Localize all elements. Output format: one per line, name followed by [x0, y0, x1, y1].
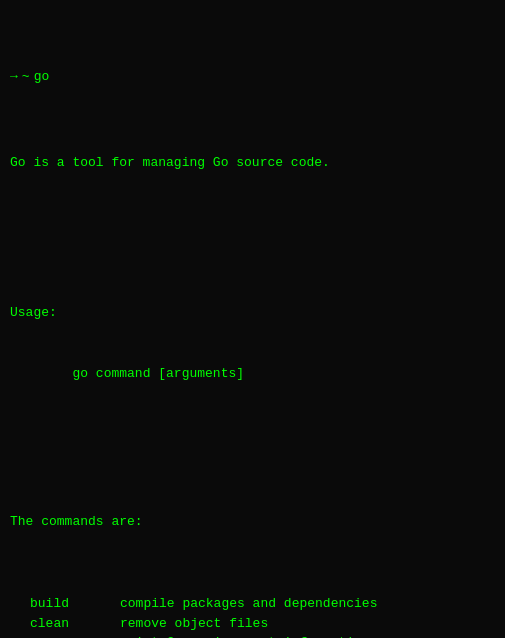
prompt-arrow: →	[10, 67, 18, 87]
prompt-tilde: ~	[22, 67, 30, 87]
command-desc: remove object files	[120, 614, 268, 634]
commands-table: buildcompile packages and dependenciescl…	[10, 594, 495, 638]
usage-label: Usage:	[10, 303, 495, 323]
commands-label: The commands are:	[10, 512, 495, 532]
command-name: build	[30, 594, 120, 614]
usage-example: go command [arguments]	[10, 364, 495, 384]
table-row: buildcompile packages and dependencies	[10, 594, 495, 614]
prompt-command: go	[34, 67, 50, 87]
command-name: env	[30, 633, 120, 638]
intro-text: Go is a tool for managing Go source code…	[10, 153, 495, 173]
table-row: cleanremove object files	[10, 614, 495, 634]
command-desc: print Go environment information	[120, 633, 370, 638]
command-name: clean	[30, 614, 120, 634]
command-desc: compile packages and dependencies	[120, 594, 377, 614]
table-row: envprint Go environment information	[10, 633, 495, 638]
terminal: → ~ go Go is a tool for managing Go sour…	[10, 8, 495, 638]
prompt-line: → ~ go	[10, 67, 495, 87]
